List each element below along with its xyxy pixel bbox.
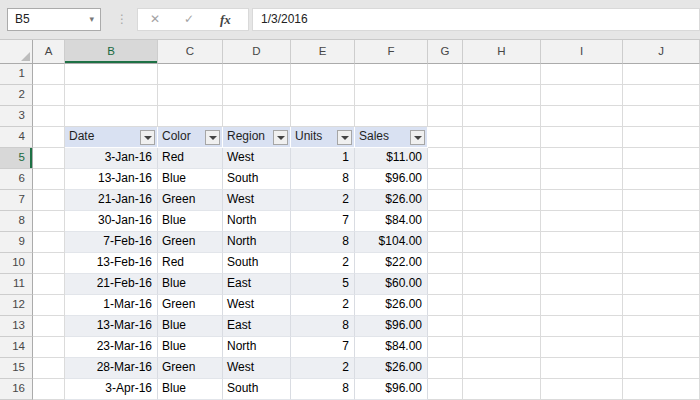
cell-C7[interactable]: Green <box>158 190 223 211</box>
cell-E6[interactable]: 8 <box>291 169 355 190</box>
cell-D5[interactable]: West <box>223 148 291 169</box>
cell-H15[interactable] <box>463 358 541 379</box>
cell-B11[interactable]: 21-Feb-16 <box>65 274 158 295</box>
cell-A8[interactable] <box>33 211 65 232</box>
cell-J7[interactable] <box>623 190 700 211</box>
cell-I14[interactable] <box>541 337 623 358</box>
cell-D16[interactable]: South <box>223 379 291 400</box>
cell-H11[interactable] <box>463 274 541 295</box>
row-header-5[interactable]: 5 <box>0 148 33 169</box>
cell-J14[interactable] <box>623 337 700 358</box>
cell-H9[interactable] <box>463 232 541 253</box>
cell-A5[interactable] <box>33 148 65 169</box>
table-header-region[interactable]: Region <box>223 127 291 148</box>
cell-B9[interactable]: 7-Feb-16 <box>65 232 158 253</box>
cell-I15[interactable] <box>541 358 623 379</box>
cell-J13[interactable] <box>623 316 700 337</box>
cell-D9[interactable]: North <box>223 232 291 253</box>
row-header-9[interactable]: 9 <box>0 232 33 253</box>
cell-G10[interactable] <box>428 253 463 274</box>
cell-I9[interactable] <box>541 232 623 253</box>
cell-G1[interactable] <box>428 64 463 85</box>
cell-H12[interactable] <box>463 295 541 316</box>
cell-E7[interactable]: 2 <box>291 190 355 211</box>
cell-B6[interactable]: 13-Jan-16 <box>65 169 158 190</box>
cell-B3[interactable] <box>65 106 158 127</box>
cell-I6[interactable] <box>541 169 623 190</box>
cell-G7[interactable] <box>428 190 463 211</box>
column-header-D[interactable]: D <box>223 40 291 64</box>
cell-H7[interactable] <box>463 190 541 211</box>
cell-C8[interactable]: Blue <box>158 211 223 232</box>
cell-C12[interactable]: Green <box>158 295 223 316</box>
cell-D1[interactable] <box>223 64 291 85</box>
cell-G15[interactable] <box>428 358 463 379</box>
filter-button-color[interactable] <box>205 130 220 145</box>
cell-B13[interactable]: 13-Mar-16 <box>65 316 158 337</box>
cell-B2[interactable] <box>65 85 158 106</box>
cell-I7[interactable] <box>541 190 623 211</box>
cell-D14[interactable]: North <box>223 337 291 358</box>
column-header-A[interactable]: A <box>33 40 65 64</box>
cell-J1[interactable] <box>623 64 700 85</box>
cell-B1[interactable] <box>65 64 158 85</box>
cell-D7[interactable]: West <box>223 190 291 211</box>
cell-I12[interactable] <box>541 295 623 316</box>
filter-button-region[interactable] <box>273 130 288 145</box>
cell-F16[interactable]: $96.00 <box>355 379 428 400</box>
cell-B5[interactable]: 3-Jan-16 <box>65 148 158 169</box>
cell-D6[interactable]: South <box>223 169 291 190</box>
cell-J15[interactable] <box>623 358 700 379</box>
name-box-dropdown-icon[interactable]: ▾ <box>89 9 94 30</box>
cell-F5[interactable]: $11.00 <box>355 148 428 169</box>
enter-icon[interactable]: ✓ <box>184 9 194 30</box>
column-header-B[interactable]: B <box>65 40 158 64</box>
cell-A1[interactable] <box>33 64 65 85</box>
cell-H14[interactable] <box>463 337 541 358</box>
cell-E13[interactable]: 8 <box>291 316 355 337</box>
cell-D12[interactable]: West <box>223 295 291 316</box>
cell-I10[interactable] <box>541 253 623 274</box>
column-header-J[interactable]: J <box>623 40 700 64</box>
cell-A3[interactable] <box>33 106 65 127</box>
cell-H3[interactable] <box>463 106 541 127</box>
row-header-12[interactable]: 12 <box>0 295 33 316</box>
cell-I5[interactable] <box>541 148 623 169</box>
cell-J10[interactable] <box>623 253 700 274</box>
cell-C1[interactable] <box>158 64 223 85</box>
cell-J5[interactable] <box>623 148 700 169</box>
cell-D13[interactable]: East <box>223 316 291 337</box>
cell-B7[interactable]: 21-Jan-16 <box>65 190 158 211</box>
cell-A16[interactable] <box>33 379 65 400</box>
row-header-2[interactable]: 2 <box>0 85 33 106</box>
cell-I16[interactable] <box>541 379 623 400</box>
cell-F11[interactable]: $60.00 <box>355 274 428 295</box>
cell-C16[interactable]: Blue <box>158 379 223 400</box>
cell-F15[interactable]: $26.00 <box>355 358 428 379</box>
cell-J11[interactable] <box>623 274 700 295</box>
cell-H16[interactable] <box>463 379 541 400</box>
cell-C3[interactable] <box>158 106 223 127</box>
cell-H1[interactable] <box>463 64 541 85</box>
column-header-I[interactable]: I <box>541 40 623 64</box>
cell-A4[interactable] <box>33 127 65 148</box>
row-header-8[interactable]: 8 <box>0 211 33 232</box>
cell-E14[interactable]: 7 <box>291 337 355 358</box>
cell-G2[interactable] <box>428 85 463 106</box>
column-header-E[interactable]: E <box>291 40 355 64</box>
cell-G8[interactable] <box>428 211 463 232</box>
cell-C13[interactable]: Blue <box>158 316 223 337</box>
cell-F9[interactable]: $104.00 <box>355 232 428 253</box>
cell-G6[interactable] <box>428 169 463 190</box>
select-all-button[interactable] <box>0 40 33 64</box>
cell-I13[interactable] <box>541 316 623 337</box>
cell-E3[interactable] <box>291 106 355 127</box>
cell-A6[interactable] <box>33 169 65 190</box>
cell-D2[interactable] <box>223 85 291 106</box>
cell-E11[interactable]: 5 <box>291 274 355 295</box>
cell-E9[interactable]: 8 <box>291 232 355 253</box>
filter-button-sales[interactable] <box>410 130 425 145</box>
cell-G11[interactable] <box>428 274 463 295</box>
cell-C14[interactable]: Blue <box>158 337 223 358</box>
cancel-icon[interactable]: ✕ <box>150 9 160 30</box>
